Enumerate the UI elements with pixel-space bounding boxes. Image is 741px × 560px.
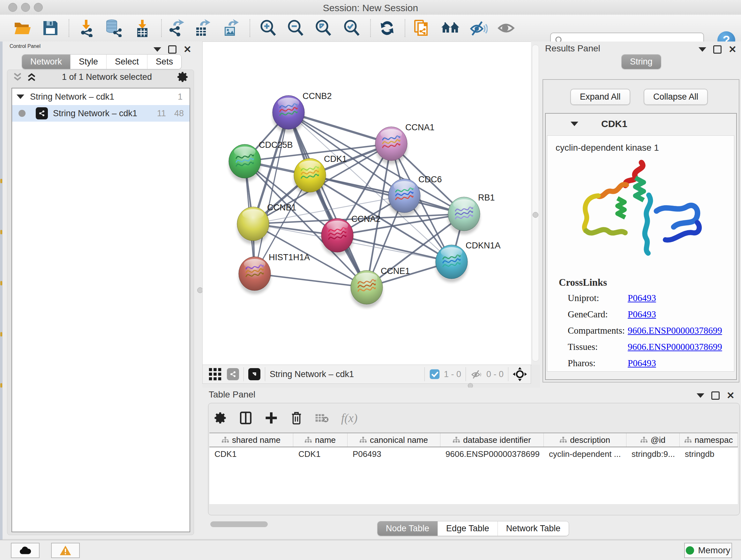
cell-description[interactable]: cyclin-dependent ...: [544, 449, 626, 459]
panel-float-icon[interactable]: [713, 45, 722, 54]
hide-selected-icon[interactable]: [469, 18, 488, 38]
tab-edge-table[interactable]: Edge Table: [438, 521, 498, 536]
tab-node-table[interactable]: Node Table: [378, 521, 438, 536]
crosslink-link[interactable]: 9606.ENSP00000378699: [628, 341, 722, 352]
zoom-out-icon[interactable]: [286, 18, 305, 38]
expand-all-button[interactable]: Expand All: [570, 89, 630, 105]
open-session-icon[interactable]: [13, 18, 32, 38]
collection-expander-icon[interactable]: [17, 95, 24, 99]
collapse-all-networks-icon[interactable]: [12, 72, 23, 82]
crosslink-link[interactable]: P06493: [628, 309, 656, 320]
collapse-all-button[interactable]: Collapse All: [644, 89, 708, 105]
tab-sets[interactable]: Sets: [147, 55, 181, 69]
function-builder-icon[interactable]: f(x): [341, 411, 357, 425]
network-collection-row[interactable]: String Network – cdk1 1: [12, 88, 190, 105]
column-header-shared-name[interactable]: shared name: [209, 433, 293, 447]
panel-close-icon[interactable]: ✕: [727, 392, 735, 399]
table-row[interactable]: CDK1CDK1P064939606.ENSP00000378699cyclin…: [209, 447, 738, 461]
table-hscrollbar-thumb[interactable]: [210, 521, 268, 527]
gene-expander-icon[interactable]: [570, 122, 578, 126]
cell-@id[interactable]: stringdb:9...: [626, 449, 680, 459]
network-canvas[interactable]: CCNB2CCNA1CDC25BCDK1CDC6RB1CCNB1CCNA2CDK…: [202, 42, 532, 365]
export-table-icon[interactable]: [193, 18, 212, 38]
node-CCNB1[interactable]: CCNB1: [237, 203, 296, 244]
delete-column-trash-icon[interactable]: [290, 411, 303, 425]
crosslink-link[interactable]: P06493: [628, 293, 656, 303]
zoom-in-icon[interactable]: [259, 18, 278, 38]
copy-style-icon[interactable]: [412, 18, 431, 38]
tab-select[interactable]: Select: [107, 55, 147, 69]
crosslink-link[interactable]: 9606.ENSP00000378699: [628, 325, 722, 336]
gene-section-header[interactable]: CDK1: [546, 114, 736, 134]
warnings-button[interactable]: [51, 543, 80, 558]
tab-network-table[interactable]: Network Table: [498, 521, 569, 536]
cell-shared-name[interactable]: CDK1: [209, 449, 293, 459]
expand-all-networks-icon[interactable]: [26, 72, 37, 82]
zoom-selected-icon[interactable]: [342, 18, 361, 38]
horizontal-splitter[interactable]: [202, 384, 531, 388]
toolbar-separator: [370, 19, 371, 37]
cell-database-identifier[interactable]: 9606.ENSP00000378699: [441, 449, 544, 459]
import-network-file-icon[interactable]: [77, 18, 96, 38]
column-header-description[interactable]: description: [544, 433, 626, 447]
right-splitter-handle[interactable]: [533, 212, 538, 218]
add-column-plus-icon[interactable]: [265, 411, 278, 425]
column-header-database-identifier[interactable]: database identifier: [441, 433, 544, 447]
column-header-name[interactable]: name: [293, 433, 347, 447]
panel-float-icon[interactable]: [711, 391, 720, 400]
panel-close-icon[interactable]: ✕: [184, 46, 192, 53]
node-CCNB2[interactable]: CCNB2: [273, 91, 332, 133]
import-network-database-icon[interactable]: [104, 18, 123, 38]
edge-HIST1H1A-CCNE1[interactable]: [255, 273, 367, 287]
panel-menu-icon[interactable]: [698, 47, 706, 52]
table-header-row: shared namenamecanonical namedatabase id…: [209, 433, 738, 447]
first-neighbors-icon[interactable]: [441, 18, 460, 38]
import-table-file-icon[interactable]: [133, 18, 152, 38]
panel-close-icon[interactable]: ✕: [729, 46, 737, 53]
right-splitter[interactable]: [531, 42, 540, 365]
node-CDC6[interactable]: CDC6: [388, 175, 442, 216]
cell-canonical-name[interactable]: P06493: [347, 449, 441, 459]
node-HIST1H1A[interactable]: HIST1H1A: [239, 253, 310, 294]
save-session-icon[interactable]: [41, 18, 60, 38]
node-CDKN1A[interactable]: CDKN1A: [435, 241, 501, 282]
network-row[interactable]: String Network – cdk1 11 48: [12, 105, 190, 122]
tab-network[interactable]: Network: [22, 55, 71, 69]
show-all-icon[interactable]: [496, 18, 516, 38]
memory-button[interactable]: Memory: [684, 543, 732, 558]
column-header-@id[interactable]: @id: [626, 433, 680, 447]
panel-menu-icon[interactable]: [697, 393, 704, 398]
edge-count: 48: [174, 109, 184, 118]
left-splitter[interactable]: [197, 42, 202, 538]
network-options-gear-icon[interactable]: [177, 71, 189, 83]
export-image-icon[interactable]: [221, 18, 241, 38]
panel-menu-icon[interactable]: [153, 47, 161, 52]
tab-style[interactable]: Style: [71, 55, 107, 69]
panel-float-icon[interactable]: [168, 45, 177, 54]
refresh-view-icon[interactable]: [378, 18, 397, 38]
column-header-namespac[interactable]: namespac: [680, 433, 738, 447]
selected-checkbox-icon[interactable]: [429, 369, 440, 380]
delete-table-icon[interactable]: [315, 413, 329, 423]
grid-view-icon[interactable]: [208, 367, 222, 381]
zoom-fit-icon[interactable]: [314, 18, 333, 38]
cell-namespac[interactable]: stringdb: [680, 449, 738, 459]
export-network-icon[interactable]: [166, 18, 185, 38]
node-CCNA2[interactable]: CCNA2: [321, 214, 381, 256]
fit-content-crosshair-icon[interactable]: [513, 367, 527, 381]
tab-string[interactable]: String: [622, 55, 661, 69]
column-header-canonical-name[interactable]: canonical name: [347, 433, 441, 447]
cell-name[interactable]: CDK1: [293, 449, 347, 459]
network-view-share-icon[interactable]: [227, 368, 239, 380]
crosslink-label: Tissues:: [568, 341, 628, 352]
node-CDC25B[interactable]: CDC25B: [229, 140, 293, 182]
show-columns-icon[interactable]: [239, 411, 253, 425]
edge-CCNA2-CDKN1A[interactable]: [337, 235, 452, 262]
table-settings-gear-icon[interactable]: [213, 411, 227, 425]
birds-eye-view-icon[interactable]: [248, 368, 260, 380]
cloud-button[interactable]: [11, 543, 40, 558]
crosslink-link[interactable]: P06493: [628, 358, 656, 368]
node-RB1[interactable]: RB1: [448, 193, 495, 234]
node-CCNE1[interactable]: CCNE1: [351, 266, 410, 308]
node-CDK1[interactable]: CDK1: [294, 154, 347, 196]
